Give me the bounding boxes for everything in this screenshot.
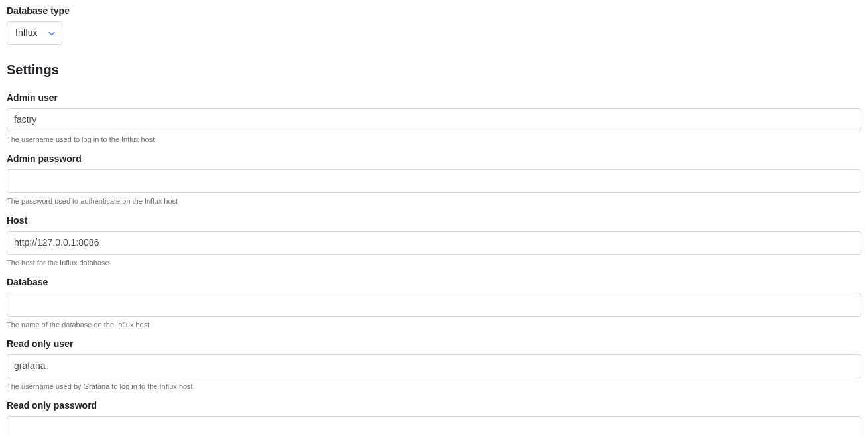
host-input[interactable] (7, 231, 861, 255)
read-only-user-input[interactable] (7, 354, 861, 378)
read-only-user-help: The username used by Grafana to log in t… (7, 382, 861, 391)
settings-heading: Settings (7, 62, 861, 78)
database-type-select-wrapper: Influx (7, 21, 62, 45)
host-group: Host The host for the Influx database (7, 215, 861, 267)
admin-password-input[interactable] (7, 169, 861, 193)
database-type-label: Database type (7, 5, 861, 16)
read-only-password-input[interactable] (7, 416, 861, 436)
read-only-user-label: Read only user (7, 338, 861, 349)
database-input[interactable] (7, 293, 861, 317)
admin-user-group: Admin user The username used to log in t… (7, 92, 861, 145)
admin-password-label: Admin password (7, 153, 861, 164)
admin-user-help: The username used to log in to the Influ… (7, 135, 861, 144)
database-type-select[interactable]: Influx (7, 21, 62, 45)
database-type-group: Database type Influx (7, 5, 861, 50)
database-group: Database The name of the database on the… (7, 277, 861, 329)
admin-user-label: Admin user (7, 92, 861, 103)
admin-password-help: The password used to authenticate on the… (7, 196, 861, 206)
database-label: Database (7, 277, 861, 287)
database-help: The name of the database on the Influx h… (7, 320, 861, 329)
host-label: Host (7, 215, 861, 226)
admin-user-input[interactable] (7, 108, 861, 132)
read-only-password-label: Read only password (7, 400, 861, 411)
host-help: The host for the Influx database (7, 258, 861, 267)
read-only-user-group: Read only user The username used by Graf… (7, 338, 861, 391)
read-only-password-group: Read only password The password used by … (7, 400, 861, 436)
admin-password-group: Admin password The password used to auth… (7, 153, 861, 206)
